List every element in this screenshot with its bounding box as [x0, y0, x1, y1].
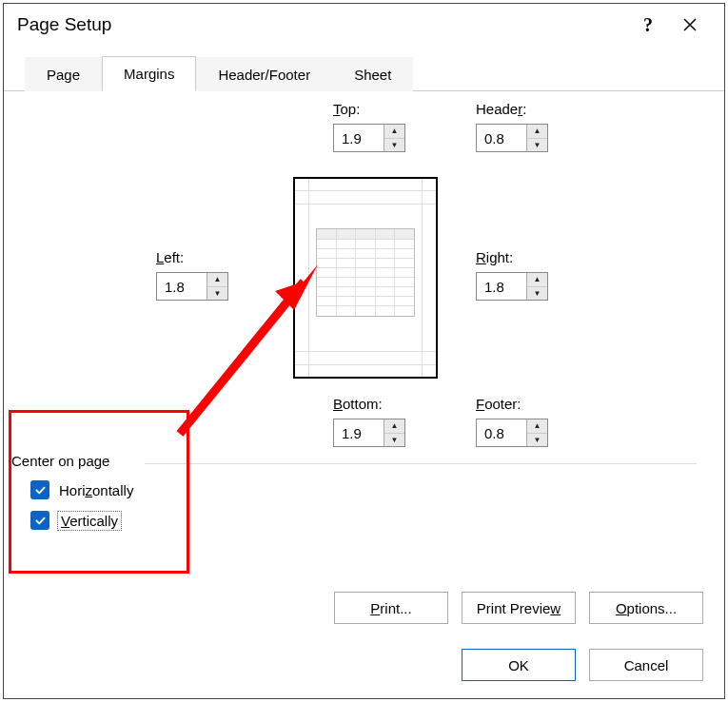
options-button[interactable]: Options... [589, 592, 703, 624]
vertically-label: Vertically [59, 513, 120, 529]
bottom-label: Bottom: [333, 396, 383, 412]
close-icon [682, 17, 698, 32]
header-up-icon[interactable]: ▲ [527, 125, 547, 139]
top-spinner[interactable]: 1.9 ▲▼ [333, 124, 405, 152]
bottom-up-icon[interactable]: ▲ [384, 419, 404, 434]
action-buttons-row-1: Print... Print Preview Options... [334, 592, 703, 624]
close-button[interactable] [669, 4, 711, 46]
tab-header-footer[interactable]: Header/Footer [196, 57, 332, 91]
page-setup-dialog: Page Setup ? Page Margins Header/Footer … [3, 3, 725, 699]
preview-table-icon [316, 228, 415, 317]
header-down-icon[interactable]: ▼ [527, 139, 547, 152]
page-preview [293, 177, 438, 379]
check-icon [34, 515, 47, 527]
tab-page[interactable]: Page [25, 57, 102, 91]
action-buttons-row-2: OK Cancel [462, 649, 703, 681]
footer-value[interactable]: 0.8 [477, 419, 526, 446]
header-spinner[interactable]: 0.8 ▲▼ [476, 124, 548, 152]
vertically-checkbox[interactable] [30, 511, 49, 530]
print-button[interactable]: Print... [334, 592, 448, 624]
header-label: Header: [476, 101, 526, 117]
top-value[interactable]: 1.9 [334, 125, 384, 151]
left-spinner[interactable]: 1.8 ▲▼ [156, 272, 228, 301]
svg-line-0 [180, 282, 304, 434]
tab-body: Top: 1.9 ▲▼ Header: 0.8 ▲▼ Left: 1.8 ▲▼ … [4, 91, 724, 698]
footer-up-icon[interactable]: ▲ [527, 419, 547, 434]
cancel-button[interactable]: Cancel [589, 649, 703, 681]
tab-margins[interactable]: Margins [102, 56, 196, 91]
footer-spinner[interactable]: 0.8 ▲▼ [476, 419, 548, 447]
left-down-icon[interactable]: ▼ [207, 287, 227, 301]
horizontally-label: Horizontally [59, 482, 133, 498]
bottom-down-icon[interactable]: ▼ [384, 434, 404, 447]
header-value[interactable]: 0.8 [477, 125, 526, 151]
right-spinner[interactable]: 1.8 ▲▼ [476, 272, 548, 301]
footer-label: Footer: [476, 396, 521, 412]
ok-button[interactable]: OK [462, 649, 576, 681]
title-bar: Page Setup ? [4, 4, 724, 46]
right-value[interactable]: 1.8 [477, 273, 526, 300]
dialog-title: Page Setup [17, 14, 111, 35]
left-up-icon[interactable]: ▲ [207, 273, 227, 287]
bottom-value[interactable]: 1.9 [334, 419, 384, 446]
left-label: Left: [156, 249, 184, 265]
top-label: Top: [333, 101, 360, 117]
tab-bar: Page Margins Header/Footer Sheet [4, 53, 724, 91]
right-down-icon[interactable]: ▼ [527, 287, 547, 301]
right-label: Right: [476, 249, 513, 265]
right-up-icon[interactable]: ▲ [527, 273, 547, 287]
print-preview-button[interactable]: Print Preview [462, 592, 576, 624]
check-icon [34, 484, 47, 497]
center-on-page-section: Center on page Horizontally Vertically [11, 453, 697, 530]
center-on-page-label: Center on page [11, 453, 115, 469]
horizontally-checkbox[interactable] [30, 480, 49, 499]
left-value[interactable]: 1.8 [157, 273, 207, 300]
top-down-icon[interactable]: ▼ [384, 139, 404, 152]
tab-sheet[interactable]: Sheet [332, 57, 413, 91]
top-up-icon[interactable]: ▲ [384, 125, 404, 139]
footer-down-icon[interactable]: ▼ [527, 434, 547, 447]
bottom-spinner[interactable]: 1.9 ▲▼ [333, 419, 405, 447]
help-button[interactable]: ? [627, 4, 669, 46]
